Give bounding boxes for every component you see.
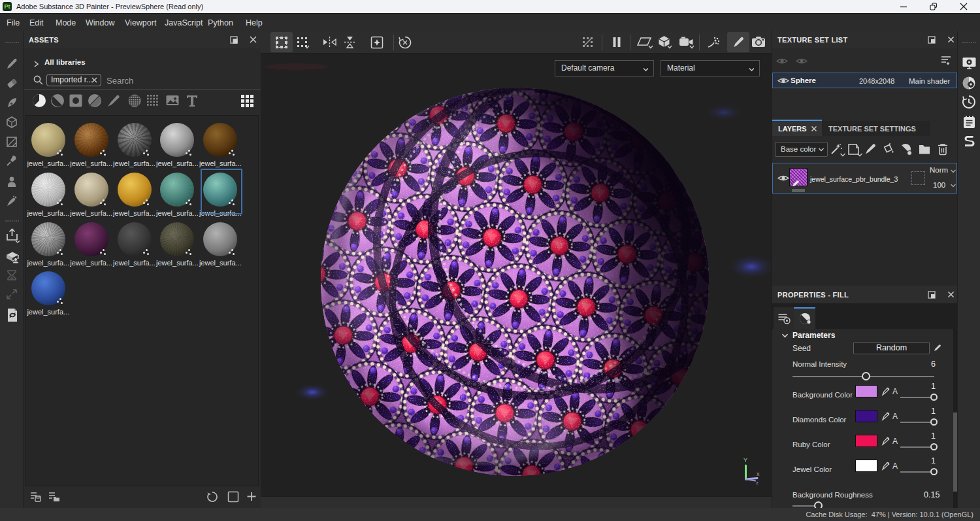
svg-text:Y: Y	[743, 457, 747, 463]
svg-text:x: x	[757, 471, 760, 477]
svg-text:z: z	[756, 480, 759, 486]
